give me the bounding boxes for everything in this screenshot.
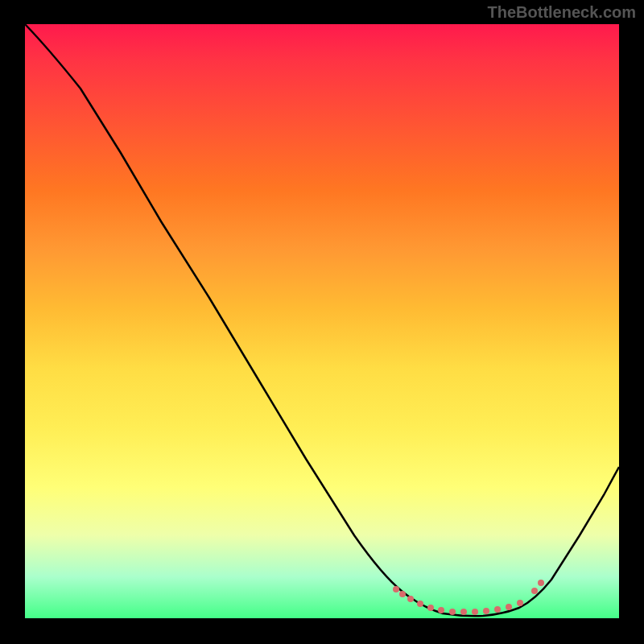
gradient-background	[25, 24, 619, 618]
watermark-text: TheBottleneck.com	[488, 3, 636, 22]
